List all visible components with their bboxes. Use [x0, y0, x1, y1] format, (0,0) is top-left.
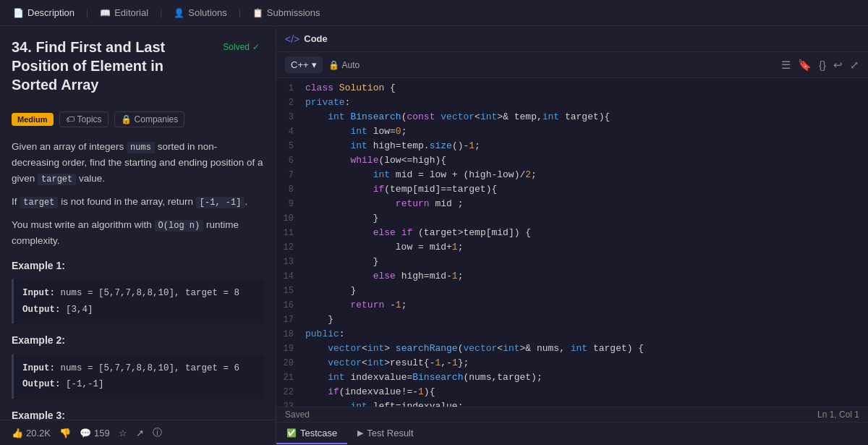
saved-label: Saved: [285, 410, 310, 420]
line-number-16: 16: [276, 298, 305, 313]
problem-header: 34. Find First and Last Position of Elem…: [0, 26, 276, 106]
tab-editorial[interactable]: 📖 Editorial: [93, 4, 156, 21]
code-line-7: 7 int mid = low + (high-low)/2;: [276, 168, 868, 182]
dislike-button[interactable]: 👎: [59, 428, 71, 438]
line-number-19: 19: [276, 342, 305, 356]
code-line-11: 11 else if (target>temp[mid]) {: [276, 226, 868, 240]
example-1-title: Example 1:: [12, 258, 264, 274]
star-button[interactable]: ☆: [119, 428, 127, 438]
companies-button[interactable]: 🔒 Companies: [114, 111, 185, 127]
line-number-22: 22: [276, 385, 305, 399]
tab-solutions[interactable]: 👤 Solutions: [166, 4, 234, 21]
line-content-14: else high=mid-1;: [305, 269, 463, 284]
line-content-13: }: [305, 255, 378, 269]
code-panel-title: Code: [304, 33, 328, 44]
tag-icon: 🏷: [66, 114, 75, 124]
line-content-5: int high=temp.size()-1;: [305, 139, 480, 153]
line-number-14: 14: [276, 269, 305, 284]
comment-button[interactable]: 💬 159: [80, 428, 110, 438]
cursor-position: Ln 1, Col 1: [817, 410, 859, 420]
code-line-9: 9 return mid ;: [276, 197, 868, 211]
code-editor[interactable]: 1class Solution {2private:3 int Binsearc…: [276, 78, 868, 407]
problem-title: 34. Find First and Last Position of Elem…: [12, 38, 211, 94]
line-content-16: return -1;: [305, 298, 407, 313]
code-line-1: 1class Solution {: [276, 81, 868, 96]
line-number-23: 23: [276, 399, 305, 407]
problem-title-row: 34. Find First and Last Position of Elem…: [12, 38, 264, 94]
nav-divider-1: |: [86, 8, 88, 18]
topics-button[interactable]: 🏷 Topics: [59, 111, 109, 127]
example-1: Example 1: Input: nums = [5,7,7,8,8,10],…: [12, 258, 264, 323]
share-button[interactable]: ↗: [136, 428, 144, 438]
line-number-21: 21: [276, 370, 305, 385]
code-line-8: 8 if(temp[mid]==target){: [276, 182, 868, 197]
line-content-10: }: [305, 211, 378, 226]
editor-status-bar: Saved Ln 1, Col 1: [276, 407, 868, 422]
submissions-icon: 📋: [252, 8, 263, 18]
toolbar-right: ☰ 🔖 {} ↩ ⤢: [781, 59, 859, 72]
tab-submissions[interactable]: 📋 Submissions: [245, 4, 328, 21]
description-paragraph-3: You must write an algorithm with O(log n…: [12, 217, 264, 249]
line-number-15: 15: [276, 284, 305, 298]
line-content-6: while(low<=high){: [305, 153, 446, 168]
code-line-15: 15 }: [276, 284, 868, 298]
code-line-18: 18public:: [276, 327, 868, 342]
line-content-15: }: [305, 284, 356, 298]
line-number-4: 4: [276, 124, 305, 139]
tab-testresult[interactable]: ▶ Test Result: [347, 423, 423, 444]
line-content-8: if(temp[mid]==target){: [305, 182, 497, 197]
nav-divider-3: |: [239, 8, 241, 18]
line-number-18: 18: [276, 327, 305, 342]
solved-badge: Solved ✓: [218, 41, 264, 54]
example-3-title: Example 3:: [12, 407, 264, 420]
line-content-1: class Solution {: [305, 81, 396, 96]
thumbs-down-icon: 👎: [59, 428, 71, 438]
solutions-icon: 👤: [174, 8, 184, 18]
line-number-5: 5: [276, 139, 305, 153]
code-line-16: 16 return -1;: [276, 298, 868, 313]
line-number-3: 3: [276, 110, 305, 124]
line-content-2: private:: [305, 96, 350, 110]
line-content-12: low = mid+1;: [305, 240, 463, 255]
like-button[interactable]: 👍 20.2K: [12, 428, 51, 438]
bookmark-icon[interactable]: 🔖: [798, 59, 812, 72]
code-line-12: 12 low = mid+1;: [276, 240, 868, 255]
tab-description[interactable]: 📄 Description: [6, 4, 82, 21]
input-label-2: Input:: [22, 363, 61, 373]
format-icon[interactable]: ☰: [781, 59, 791, 72]
line-number-7: 7: [276, 168, 305, 182]
return-code: [-1, -1]: [196, 197, 245, 208]
expand-icon[interactable]: ⤢: [850, 59, 859, 72]
code-line-17: 17 }: [276, 313, 868, 327]
code-line-5: 5 int high=temp.size()-1;: [276, 139, 868, 153]
code-line-22: 22 if(indexvalue!=-1){: [276, 385, 868, 399]
tags-row: Medium 🏷 Topics 🔒 Companies: [0, 106, 276, 133]
share-icon: ↗: [136, 428, 144, 438]
example-2-title: Example 2:: [12, 332, 264, 348]
line-number-10: 10: [276, 211, 305, 226]
language-selector[interactable]: C++ ▾: [285, 56, 323, 73]
code-line-10: 10 }: [276, 211, 868, 226]
line-number-12: 12: [276, 240, 305, 255]
left-panel: 34. Find First and Last Position of Elem…: [0, 26, 276, 445]
code-line-6: 6 while(low<=high){: [276, 153, 868, 168]
output-label-2: Output:: [22, 379, 66, 389]
line-content-21: int indexvalue=Binsearch(nums,target);: [305, 370, 542, 385]
code-line-2: 2private:: [276, 96, 868, 110]
code-line-21: 21 int indexvalue=Binsearch(nums,target)…: [276, 370, 868, 385]
toolbar-left: C++ ▾ 🔒 Auto: [285, 56, 359, 73]
info-button[interactable]: ⓘ: [153, 426, 162, 439]
main-content: 34. Find First and Last Position of Elem…: [0, 26, 868, 445]
comment-icon: 💬: [80, 428, 91, 438]
code-line-13: 13 }: [276, 255, 868, 269]
code-brackets-icon: </>: [285, 33, 299, 45]
top-navigation: 📄 Description | 📖 Editorial | 👤 Solution…: [0, 0, 868, 26]
line-number-6: 6: [276, 153, 305, 168]
undo-icon[interactable]: ↩: [833, 59, 843, 72]
settings-icon[interactable]: {}: [819, 59, 826, 71]
tab-testcase[interactable]: ✅ Testcase: [276, 423, 347, 444]
code-line-4: 4 int low=0;: [276, 124, 868, 139]
line-number-1: 1: [276, 81, 305, 96]
thumbs-up-icon: 👍: [12, 428, 23, 438]
chevron-down-icon: ▾: [312, 59, 317, 70]
